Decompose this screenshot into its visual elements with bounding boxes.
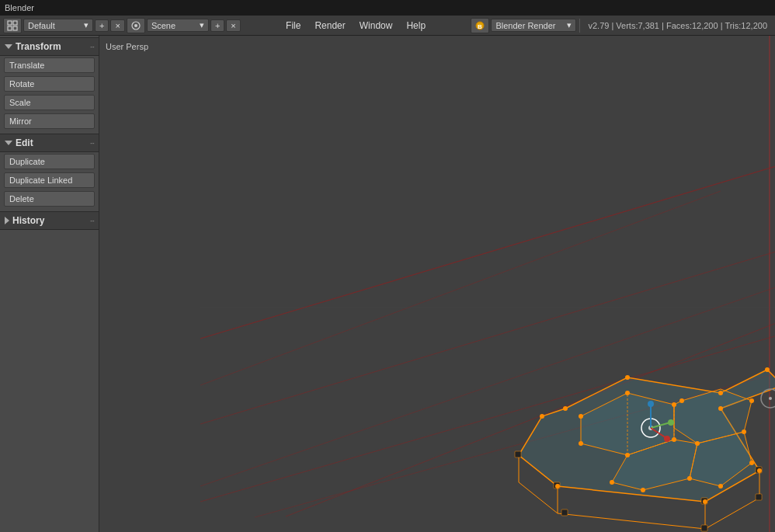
duplicate-linked-button[interactable]: Duplicate Linked (4, 172, 95, 188)
scene-dropdown[interactable]: Scene ▾ (147, 19, 209, 32)
svg-point-56 (610, 480, 614, 485)
svg-point-59 (718, 484, 723, 489)
viewport-canvas (99, 36, 775, 532)
svg-point-58 (687, 476, 692, 481)
menu-bar: Default ▾ + × Scene ▾ + × File Render Wi… (0, 16, 775, 36)
transform-dots: ··· (90, 43, 94, 51)
scene-remove-btn[interactable]: × (226, 19, 240, 32)
scale-button[interactable]: Scale (4, 95, 95, 110)
svg-point-69 (648, 401, 654, 407)
duplicate-button[interactable]: Duplicate (4, 154, 95, 169)
edit-dots: ··· (90, 139, 94, 148)
svg-point-61 (757, 468, 762, 473)
app-title: Blender (5, 3, 34, 12)
svg-point-55 (579, 441, 583, 446)
svg-point-44 (718, 406, 723, 411)
svg-point-60 (749, 461, 754, 465)
svg-point-73 (664, 436, 670, 442)
svg-point-75 (769, 397, 772, 400)
svg-point-49 (679, 398, 684, 403)
render-engine-dropdown[interactable]: Blender Render ▾ (491, 19, 576, 32)
scene-add-btn[interactable]: + (210, 19, 224, 32)
menu-file[interactable]: File (280, 19, 307, 33)
title-bar: Blender (0, 0, 775, 16)
svg-rect-38 (756, 494, 762, 500)
svg-point-40 (625, 375, 630, 380)
render-icon[interactable]: B (471, 18, 489, 33)
stats-text: v2.79 | Verts:7,381 | Faces:12,200 | Tri… (583, 21, 772, 30)
history-collapse-icon (5, 217, 9, 224)
svg-point-39 (563, 406, 568, 411)
workspace-add-btn[interactable]: + (95, 19, 109, 32)
svg-point-42 (765, 367, 770, 372)
svg-point-57 (641, 488, 645, 492)
svg-point-5 (134, 24, 137, 27)
svg-rect-2 (8, 26, 12, 30)
transform-title: Transform (16, 41, 61, 52)
svg-rect-1 (13, 21, 17, 25)
svg-rect-0 (8, 21, 12, 25)
menu-separator (579, 19, 580, 33)
history-section-header[interactable]: History ··· (0, 211, 99, 230)
transform-collapse-icon (5, 44, 12, 49)
edit-collapse-icon (5, 141, 12, 145)
delete-button[interactable]: Delete (4, 191, 95, 207)
main-layout: Transform ··· Translate Rotate Scale Mir… (0, 36, 775, 532)
svg-point-41 (718, 391, 723, 395)
screen-layout-icon[interactable] (3, 18, 22, 33)
svg-point-62 (703, 499, 707, 504)
workspace-dropdown[interactable]: Default ▾ (23, 19, 93, 32)
left-panel: Transform ··· Translate Rotate Scale Mir… (0, 36, 99, 532)
svg-text:B: B (478, 23, 483, 30)
transform-section-header[interactable]: Transform ··· (0, 37, 99, 56)
svg-point-52 (695, 441, 700, 446)
edit-title: Edit (16, 137, 33, 148)
svg-point-50 (749, 398, 754, 403)
svg-point-45 (540, 414, 544, 419)
svg-rect-32 (515, 451, 521, 457)
menu-window[interactable]: Window (353, 19, 399, 33)
rotate-button[interactable]: Rotate (4, 76, 95, 92)
svg-point-71 (668, 419, 674, 426)
history-title: History (12, 215, 44, 226)
history-dots: ··· (90, 217, 94, 225)
mirror-button[interactable]: Mirror (4, 113, 95, 129)
viewport[interactable]: User Persp (99, 36, 775, 532)
workspace-remove-btn[interactable]: × (110, 19, 124, 32)
menu-help[interactable]: Help (400, 19, 432, 33)
svg-point-53 (742, 429, 746, 434)
svg-rect-36 (561, 509, 568, 516)
menu-render[interactable]: Render (308, 19, 351, 33)
svg-rect-37 (701, 525, 707, 531)
svg-point-63 (555, 484, 560, 489)
edit-section-header[interactable]: Edit ··· (0, 134, 99, 152)
scene-icon[interactable] (127, 18, 145, 33)
svg-point-46 (579, 414, 583, 419)
translate-button[interactable]: Translate (4, 57, 95, 73)
svg-rect-3 (13, 26, 17, 30)
